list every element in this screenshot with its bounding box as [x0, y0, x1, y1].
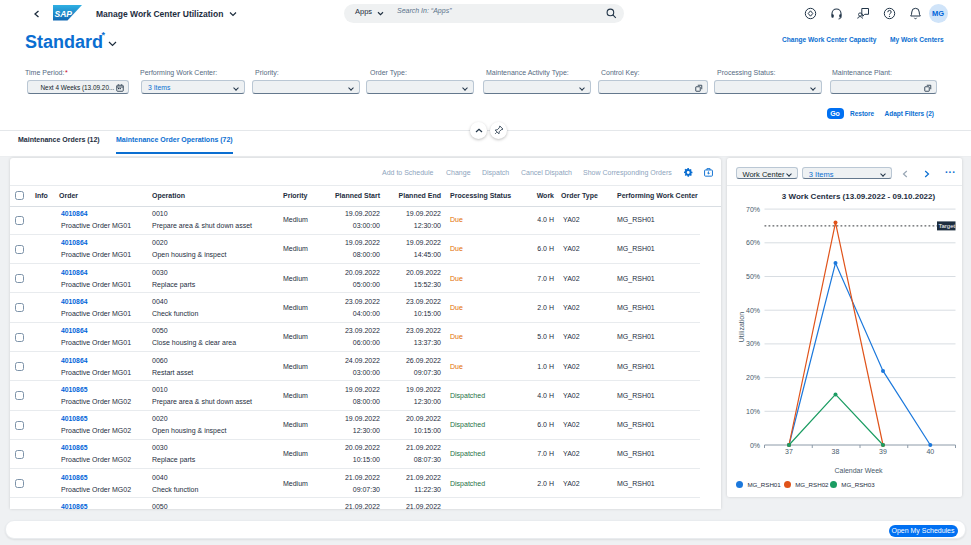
svg-text:60%: 60% — [746, 239, 760, 246]
svg-text:0%: 0% — [750, 442, 760, 449]
svg-text:70%: 70% — [746, 206, 760, 213]
svg-text:38: 38 — [832, 448, 840, 455]
svg-text:Target: Target — [939, 223, 956, 229]
svg-text:30%: 30% — [746, 340, 760, 347]
svg-text:40: 40 — [926, 448, 934, 455]
svg-text:20%: 20% — [746, 374, 760, 381]
svg-text:40%: 40% — [746, 307, 760, 314]
svg-text:37: 37 — [785, 448, 793, 455]
svg-text:SAP: SAP — [55, 9, 73, 19]
svg-text:Utilization: Utilization — [738, 312, 745, 342]
svg-text:50%: 50% — [746, 273, 760, 280]
svg-text:10%: 10% — [746, 408, 760, 415]
svg-text:39: 39 — [879, 448, 887, 455]
